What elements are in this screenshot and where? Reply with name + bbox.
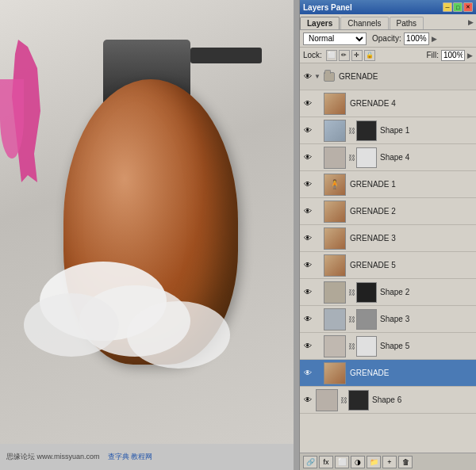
layer-name-shape1: Shape 1: [380, 126, 474, 135]
eye-grenade-group[interactable]: 👁: [301, 71, 314, 83]
mask-shape5: [356, 336, 377, 357]
fill-label: Fill:: [426, 51, 439, 59]
adjustment-button[interactable]: ◑: [351, 456, 365, 468]
layer-item-grenade-group[interactable]: 👁 ▼ GRENADE: [300, 63, 476, 90]
thumb-shape3: [324, 308, 346, 331]
layers-panel: Layers Panel ─ □ ✕ Layers Channels Paths…: [299, 0, 476, 470]
tab-paths[interactable]: Paths: [390, 17, 424, 29]
layer-name-grenade5: GRENADE 5: [350, 261, 474, 269]
eye-grenade4[interactable]: 👁: [301, 97, 314, 110]
thumb-grenade-main: [324, 362, 346, 384]
eye-grenade2[interactable]: 👁: [301, 205, 314, 218]
layer-item-grenade2[interactable]: 👁 GRENADE 2: [300, 198, 476, 225]
layer-item-shape2[interactable]: 👁 ⛓ Shape 2: [300, 279, 476, 306]
thumb-grenade2: [324, 201, 346, 223]
layer-name-grenade-group: GRENADE: [339, 72, 474, 81]
mask-shape2: [356, 282, 377, 303]
thumb-grenade5: [324, 254, 346, 277]
eye-grenade3[interactable]: 👁: [301, 232, 314, 245]
layer-name-shape2: Shape 2: [380, 288, 474, 296]
chain-shape4: ⛓: [347, 154, 355, 162]
chain-shape6: ⛓: [340, 396, 347, 404]
layer-item-grenade5[interactable]: 👁 GRENADE 5: [300, 252, 476, 279]
panel-header: Layers Panel ─ □ ✕: [300, 0, 476, 14]
thumb-grenade1: 🧍: [324, 174, 346, 196]
eye-shape4[interactable]: 👁: [301, 151, 314, 164]
fill-arrow[interactable]: ▶: [467, 52, 473, 59]
tab-layers[interactable]: Layers: [300, 17, 340, 29]
eye-shape5[interactable]: 👁: [301, 340, 314, 353]
smoke-puff-3: [24, 293, 119, 357]
layer-name-grenade4: GRENADE 4: [350, 99, 474, 108]
thumb-shape5: [324, 335, 346, 357]
eye-shape3[interactable]: 👁: [301, 313, 314, 326]
eye-shape2[interactable]: 👁: [301, 286, 314, 299]
smoke-puff-4: [127, 301, 230, 369]
layer-name-grenade1: GRENADE 1: [350, 180, 474, 189]
layer-item-shape1[interactable]: 👁 ⛓ Shape 1: [300, 117, 476, 144]
lock-transparent-btn[interactable]: ⬜: [326, 50, 337, 61]
thumb-shape1: [324, 120, 346, 142]
mask-shape6: [348, 390, 369, 411]
lock-row: Lock: ⬜ ✏ ✛ 🔒 Fill: ▶: [300, 48, 476, 63]
chain-shape3: ⛓: [347, 315, 355, 323]
layer-item-shape3[interactable]: 👁 ⛓ Shape 3: [300, 306, 476, 333]
window-controls: ─ □ ✕: [443, 2, 473, 12]
eye-shape6[interactable]: 👁: [301, 394, 314, 407]
layer-name-grenade-main: GRENADE: [350, 369, 474, 377]
lock-all-btn[interactable]: 🔒: [364, 50, 375, 61]
panel-title: Layers Panel: [303, 3, 352, 12]
blend-mode-select[interactable]: Normal: [303, 32, 367, 45]
panel-toolbar: 🔗 fx ⬜ ◑ 📁 + 🗑: [300, 453, 476, 470]
lock-paint-btn[interactable]: ✏: [339, 50, 350, 61]
layer-name-shape3: Shape 3: [380, 315, 474, 323]
opacity-input[interactable]: [404, 32, 429, 45]
canvas-area: 思缘论坛 www.missyuan.com 查字典 教程网: [0, 0, 294, 470]
layer-item-shape4[interactable]: 👁 ⛓ Shape 4: [300, 144, 476, 171]
layer-item-grenade-main[interactable]: 👁 GRENADE: [300, 360, 476, 387]
grenade-handle: [190, 48, 262, 63]
close-button[interactable]: ✕: [463, 2, 473, 12]
fill-input[interactable]: [441, 50, 465, 61]
thumb-shape6: [316, 389, 338, 411]
delete-layer-button[interactable]: 🗑: [398, 456, 413, 468]
thumb-shape2: [324, 281, 346, 304]
canvas-image: [0, 0, 294, 444]
expand-grenade-group[interactable]: ▼: [314, 73, 322, 80]
watermark-left: 思缘论坛 www.missyuan.com: [6, 452, 100, 462]
layer-name-shape6: Shape 6: [372, 395, 474, 404]
maximize-button[interactable]: □: [453, 2, 463, 12]
eye-grenade-main[interactable]: 👁: [301, 367, 314, 380]
layers-list[interactable]: 👁 ▼ GRENADE 👁 GRENADE 4 👁 ⛓ Shape 1 👁: [300, 63, 476, 453]
mask-shape1: [356, 120, 377, 141]
layer-item-grenade3[interactable]: 👁 GRENADE 3: [300, 225, 476, 252]
layer-item-grenade4[interactable]: 👁 GRENADE 4: [300, 90, 476, 117]
minimize-button[interactable]: ─: [443, 2, 452, 12]
eye-grenade1[interactable]: 👁: [301, 178, 314, 191]
eye-shape1[interactable]: 👁: [301, 124, 314, 137]
panel-menu-arrow[interactable]: ▶: [468, 18, 474, 26]
lock-move-btn[interactable]: ✛: [351, 50, 363, 61]
lock-label: Lock:: [303, 51, 322, 59]
layer-name-grenade3: GRENADE 3: [350, 234, 474, 243]
mask-shape4: [356, 147, 377, 168]
chain-shape5: ⛓: [347, 342, 355, 350]
opacity-arrow[interactable]: ▶: [432, 35, 437, 43]
layer-item-shape5[interactable]: 👁 ⛓ Shape 5: [300, 333, 476, 360]
folder-icon-grenade: [324, 72, 335, 82]
add-mask-button[interactable]: ⬜: [335, 456, 349, 468]
layer-style-button[interactable]: fx: [319, 456, 333, 468]
group-button[interactable]: 📁: [367, 456, 381, 468]
layer-name-grenade2: GRENADE 2: [350, 207, 474, 216]
opacity-label: Opacity:: [372, 34, 401, 43]
eye-grenade5[interactable]: 👁: [301, 259, 314, 272]
chain-shape2: ⛓: [347, 288, 355, 296]
watermark-right: 查字典 教程网: [108, 452, 153, 462]
lock-icons: ⬜ ✏ ✛ 🔒: [326, 50, 375, 61]
link-layers-button[interactable]: 🔗: [303, 456, 317, 468]
layer-item-shape6[interactable]: 👁 ⛓ Shape 6: [300, 387, 476, 414]
thumb-grenade4: [324, 93, 346, 115]
tab-channels[interactable]: Channels: [340, 17, 388, 29]
layer-item-grenade1[interactable]: 👁 🧍 GRENADE 1: [300, 171, 476, 198]
new-layer-button[interactable]: +: [382, 456, 397, 468]
